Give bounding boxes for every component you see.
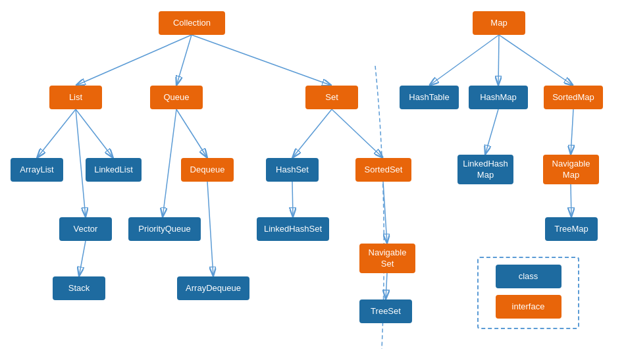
svg-line-4 [429,35,499,86]
svg-line-13 [332,109,383,158]
node-treemap: TreeMap [545,217,598,241]
node-set: Set [305,86,358,109]
node-linkedhashmap: LinkedHashMap [457,155,513,184]
legend-box: class interface [477,257,579,329]
node-stack: Stack [53,276,105,300]
svg-line-10 [176,109,207,158]
node-hashmap: HashMap [469,86,528,109]
node-sortedset: SortedSet [355,158,411,182]
svg-line-8 [76,109,113,158]
node-sortedmap: SortedMap [544,86,603,109]
node-map: Map [473,11,525,35]
node-navigablemap: NavigableMap [543,155,599,184]
diagram: Collection Map List Queue Set HashTable … [0,0,626,364]
legend-interface: interface [496,295,561,319]
node-arraydequeue: ArrayDequeue [177,276,249,300]
svg-line-16 [571,184,571,217]
svg-line-3 [192,35,332,86]
node-priorityqueue: PriorityQueue [128,217,201,241]
node-arraylist: ArrayList [11,158,63,182]
node-hashtable: HashTable [400,86,459,109]
svg-line-6 [499,35,573,86]
node-linkedhashset: LinkedHashSet [257,217,329,241]
node-dequeue: Dequeue [181,158,234,182]
svg-line-17 [79,241,86,276]
legend-class: class [496,265,561,288]
svg-line-15 [571,109,573,155]
svg-line-19 [292,182,293,217]
node-treeset: TreeSet [359,299,412,323]
svg-line-20 [383,182,387,244]
svg-line-5 [498,35,499,86]
node-hashset: HashSet [266,158,319,182]
svg-line-21 [386,273,387,299]
node-linkedlist: LinkedList [86,158,142,182]
svg-line-1 [76,35,192,86]
svg-line-11 [163,109,176,217]
svg-line-9 [76,109,86,217]
svg-line-14 [485,109,498,155]
svg-line-12 [292,109,332,158]
svg-line-18 [207,182,213,276]
node-queue: Queue [150,86,203,109]
node-navigableset: NavigableSet [359,244,415,273]
node-list: List [49,86,102,109]
node-collection: Collection [159,11,225,35]
node-vector: Vector [59,217,112,241]
svg-line-2 [176,35,192,86]
svg-line-7 [37,109,76,158]
